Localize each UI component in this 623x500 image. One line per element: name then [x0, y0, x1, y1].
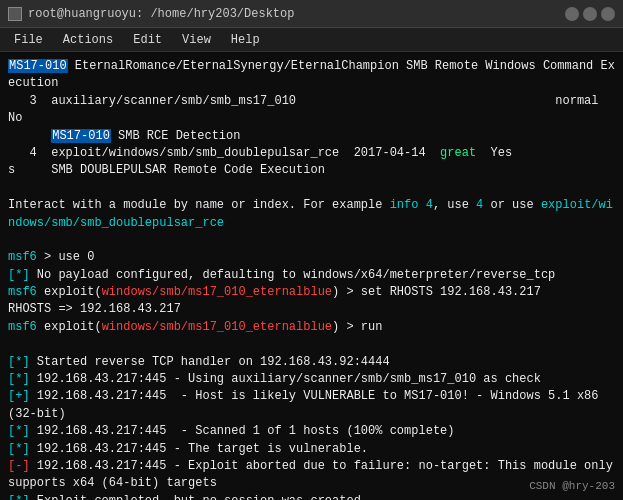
window-icon	[8, 7, 22, 21]
terminal-line-blank1	[8, 180, 615, 197]
terminal-line-9: msf6 exploit(windows/smb/ms17_010_eterna…	[8, 284, 615, 301]
terminal-line-8: [*] No payload configured, defaulting to…	[8, 267, 615, 284]
terminal-line-11: msf6 exploit(windows/smb/ms17_010_eterna…	[8, 319, 615, 336]
menu-edit[interactable]: Edit	[123, 31, 172, 49]
terminal-line-14: [+] 192.168.43.217:445 - Host is likely …	[8, 388, 615, 423]
title-text: root@huangruoyu: /home/hry203/Desktop	[28, 7, 294, 21]
terminal-line-7: msf6 > use 0	[8, 249, 615, 266]
menu-view[interactable]: View	[172, 31, 221, 49]
minimize-button[interactable]	[565, 7, 579, 21]
terminal-line-blank2	[8, 232, 615, 249]
terminal-line-6: Interact with a module by name or index.…	[8, 197, 615, 232]
terminal-line-blank3	[8, 336, 615, 353]
terminal-line-10: RHOSTS => 192.168.43.217	[8, 301, 615, 318]
terminal-line-12: [*] Started reverse TCP handler on 192.1…	[8, 354, 615, 371]
menu-help[interactable]: Help	[221, 31, 270, 49]
maximize-button[interactable]	[583, 7, 597, 21]
terminal-line-1: MS17-010 EternalRomance/EternalSynergy/E…	[8, 58, 615, 93]
close-button[interactable]	[601, 7, 615, 21]
menu-bar: File Actions Edit View Help	[0, 28, 623, 52]
terminal-line-18: [*] Exploit completed, but no session wa…	[8, 493, 615, 500]
watermark: CSDN @hry-203	[529, 480, 615, 492]
terminal-line-15: [*] 192.168.43.217:445 - Scanned 1 of 1 …	[8, 423, 615, 440]
menu-file[interactable]: File	[4, 31, 53, 49]
terminal-line-2: 3 auxiliary/scanner/smb/smb_ms17_010 nor…	[8, 93, 615, 128]
terminal-line-16: [*] 192.168.43.217:445 - The target is v…	[8, 441, 615, 458]
terminal-line-3: MS17-010 SMB RCE Detection	[8, 128, 615, 145]
terminal-line-4: 4 exploit/windows/smb/smb_doublepulsar_r…	[8, 145, 615, 162]
menu-actions[interactable]: Actions	[53, 31, 123, 49]
title-bar: root@huangruoyu: /home/hry203/Desktop	[0, 0, 623, 28]
terminal-line-5: s SMB DOUBLEPULSAR Remote Code Execution	[8, 162, 615, 179]
terminal-line-13: [*] 192.168.43.217:445 - Using auxiliary…	[8, 371, 615, 388]
terminal-line-17: [-] 192.168.43.217:445 - Exploit aborted…	[8, 458, 615, 493]
terminal[interactable]: MS17-010 EternalRomance/EternalSynergy/E…	[0, 52, 623, 500]
